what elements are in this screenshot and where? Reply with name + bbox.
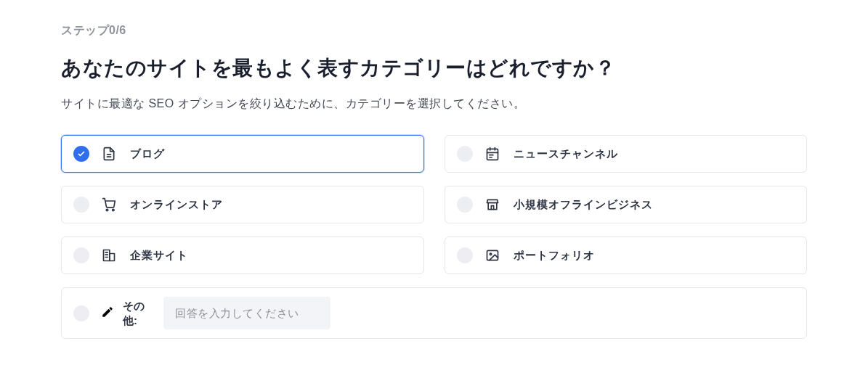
category-card-corporate[interactable]: 企業サイト — [61, 237, 424, 274]
category-card-other[interactable]: その他: — [61, 287, 807, 339]
radio-selected-icon — [73, 146, 89, 162]
svg-point-9 — [113, 209, 115, 211]
cart-icon — [101, 197, 117, 213]
page-subtext: サイトに最適な SEO オプションを絞り込むために、カテゴリーを選択してください… — [61, 96, 807, 112]
step-indicator: ステップ0/6 — [61, 23, 807, 38]
category-label: ニュースチャンネル — [514, 147, 618, 161]
category-label: ポートフォリオ — [514, 249, 595, 263]
radio-unselected-icon — [457, 197, 473, 213]
pencil-icon — [101, 305, 114, 321]
category-card-offline[interactable]: 小規模オフラインビジネス — [445, 186, 808, 223]
other-answer-input[interactable] — [163, 297, 330, 329]
category-card-blog[interactable]: ブログ — [61, 135, 424, 173]
radio-unselected-icon — [457, 247, 473, 263]
category-grid: ブログ ニュースチャンネル オンラインストア 小規模オフラインビジネス — [61, 135, 807, 274]
svg-point-16 — [490, 253, 492, 255]
category-label: オンラインストア — [130, 198, 223, 212]
category-card-store[interactable]: オンラインストア — [61, 186, 424, 223]
image-icon — [484, 247, 500, 263]
category-label: 企業サイト — [130, 249, 188, 263]
other-label-wrap: その他: — [101, 299, 153, 327]
category-card-portfolio[interactable]: ポートフォリオ — [445, 237, 808, 274]
radio-unselected-icon — [73, 197, 89, 213]
radio-unselected-icon — [73, 247, 89, 263]
svg-point-8 — [106, 209, 108, 211]
building-icon — [101, 247, 117, 263]
category-label: 小規模オフラインビジネス — [514, 198, 653, 212]
other-label: その他: — [123, 299, 153, 327]
storefront-icon — [484, 197, 500, 213]
svg-rect-2 — [487, 149, 498, 160]
svg-rect-11 — [110, 254, 115, 261]
page-heading: あなたのサイトを最もよく表すカテゴリーはどれですか？ — [61, 54, 807, 82]
category-label: ブログ — [130, 147, 165, 161]
calendar-icon — [484, 146, 500, 162]
document-icon — [101, 146, 117, 162]
radio-unselected-icon — [73, 305, 89, 321]
category-card-news[interactable]: ニュースチャンネル — [445, 135, 808, 173]
radio-unselected-icon — [457, 146, 473, 162]
wizard-step-page: ステップ0/6 あなたのサイトを最もよく表すカテゴリーはどれですか？ サイトに最… — [0, 0, 868, 370]
